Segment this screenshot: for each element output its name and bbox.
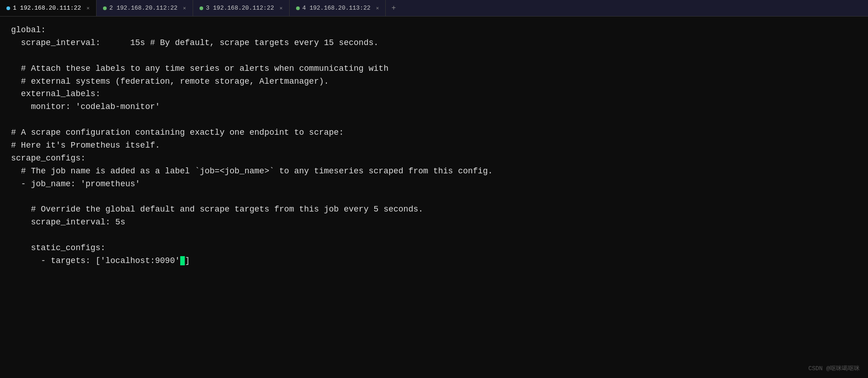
tab-1-dot [6,6,10,10]
watermark: CSDN @呕咪噶呕咪 [808,364,860,373]
terminal-line-14 [11,191,857,204]
tab-2[interactable]: 2 192.168.20.112:22 ✕ [97,0,193,16]
terminal-line-19: - targets: ['localhost:9090'] [11,255,857,268]
tab-2-label: 2 192.168.20.112:22 [109,5,177,11]
terminal-line-3 [11,50,857,63]
terminal-line-9: # A scrape configuration containing exac… [11,126,857,139]
tab-4-label: 4 192.168.20.113:22 [303,5,371,11]
tab-1[interactable]: 1 192.168.20.111:22 ✕ [0,0,97,16]
terminal-line-1: global: [11,24,857,37]
tab-3-label: 3 192.168.20.112:22 [206,5,274,11]
tab-4-dot [296,6,300,10]
tab-bar: 1 192.168.20.111:22 ✕ 2 192.168.20.112:2… [0,0,868,17]
tab-4[interactable]: 4 192.168.20.113:22 ✕ [290,0,386,16]
tab-2-close[interactable]: ✕ [183,5,186,11]
terminal-line-15: # Override the global default and scrape… [11,203,857,216]
terminal-line-13: - job_name: 'prometheus' [11,178,857,191]
terminal-line-6: external_labels: [11,88,857,101]
tab-3-close[interactable]: ✕ [280,5,283,11]
tab-2-dot [103,6,107,10]
terminal-line-18: static_configs: [11,242,857,255]
terminal-line-7: monitor: 'codelab-monitor' [11,101,857,114]
tab-3[interactable]: 3 192.168.20.112:22 ✕ [193,0,290,16]
terminal-line-17 [11,229,857,242]
terminal-content[interactable]: global: scrape_interval: 15s # By defaul… [0,17,868,378]
tab-1-close[interactable]: ✕ [86,5,90,11]
terminal-line-8 [11,114,857,126]
text-cursor [180,256,185,265]
terminal-line-4: # Attach these labels to any time series… [11,63,857,75]
terminal-line-5: # external systems (federation, remote s… [11,75,857,88]
tab-3-dot [200,6,203,10]
app-window: 1 192.168.20.111:22 ✕ 2 192.168.20.112:2… [0,0,868,378]
terminal-line-11: scrape_configs: [11,152,857,165]
terminal-line-12: # The job name is added as a label `job=… [11,165,857,178]
new-tab-button[interactable]: + [386,0,401,16]
terminal-line-10: # Here it's Prometheus itself. [11,139,857,152]
tab-1-label: 1 192.168.20.111:22 [13,5,81,11]
tab-4-close[interactable]: ✕ [376,5,379,11]
terminal-line-16: scrape_interval: 5s [11,216,857,229]
terminal-line-2: scrape_interval: 15s # By default, scrap… [11,37,857,50]
